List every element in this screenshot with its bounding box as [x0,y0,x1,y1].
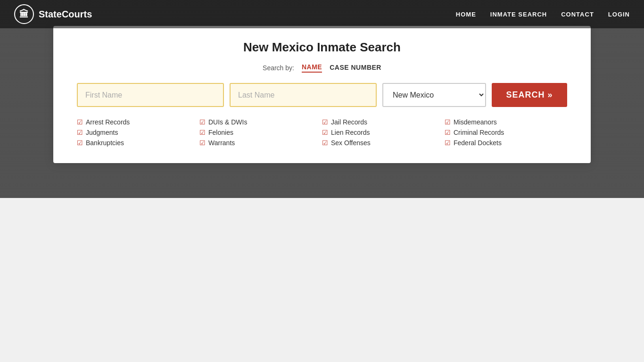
checkbox-item: ☑Warrants [199,139,322,147]
checkbox-item: ☑Misdemeanors [445,118,567,126]
search-by-row: Search by: NAME CASE NUMBER [77,63,567,73]
checkbox-item: ☑Federal Dockets [445,139,567,147]
checkbox-icon: ☑ [77,118,83,126]
checkboxes-grid: ☑Arrest Records☑DUIs & DWIs☑Jail Records… [77,118,567,147]
tab-name[interactable]: NAME [302,63,322,73]
checkbox-label: DUIs & DWIs [208,118,247,126]
checkbox-item: ☑DUIs & DWIs [199,118,322,126]
first-name-input[interactable] [77,83,224,107]
checkbox-icon: ☑ [445,129,451,136]
site-name: StateCourts [39,9,92,20]
checkbox-label: Sex Offenses [331,139,371,147]
nav-home[interactable]: HOME [456,11,476,18]
search-by-label: Search by: [263,64,294,72]
search-inputs-row: New Mexico Alabama Alaska Arizona Arkans… [77,83,567,107]
checkbox-icon: ☑ [322,118,328,126]
checkbox-item: ☑Criminal Records [445,129,567,136]
checkbox-item: ☑Bankruptcies [77,139,199,147]
checkbox-label: Felonies [208,129,233,136]
last-name-input[interactable] [230,83,377,107]
checkbox-label: Warrants [208,139,235,147]
checkbox-label: Criminal Records [454,129,504,136]
nav-login[interactable]: LOGIN [608,11,630,18]
checkbox-item: ☑Judgments [77,129,199,136]
checkbox-icon: ☑ [445,118,451,126]
site-logo[interactable]: 🏛 StateCourts [14,4,92,24]
checkbox-icon: ☑ [77,139,83,147]
search-title: New Mexico Inmate Search [77,40,567,55]
checkbox-item: ☑Lien Records [322,129,445,136]
checkbox-item: ☑Arrest Records [77,118,199,126]
checkbox-label: Misdemeanors [454,118,497,126]
checkbox-icon: ☑ [322,139,328,147]
checkbox-item: ☑Jail Records [322,118,445,126]
state-select[interactable]: New Mexico Alabama Alaska Arizona Arkans… [382,83,486,107]
checkbox-label: Arrest Records [86,118,130,126]
checkbox-icon: ☑ [445,139,451,147]
logo-icon: 🏛 [14,4,34,24]
navigation-bar: 🏛 StateCourts HOME INMATE SEARCH CONTACT… [0,0,644,28]
nav-inmate-search[interactable]: INMATE SEARCH [490,11,547,18]
nav-links: HOME INMATE SEARCH CONTACT LOGIN [456,10,630,18]
checkbox-label: Federal Dockets [454,139,502,147]
checkbox-icon: ☑ [322,129,328,136]
nav-contact[interactable]: CONTACT [561,11,594,18]
checkbox-icon: ☑ [199,139,206,147]
header: COURTHOUSE 🏛 StateCourts HOME INMATE SEA… [0,0,644,198]
checkbox-label: Judgments [86,129,118,136]
tab-case-number[interactable]: CASE NUMBER [330,64,381,72]
search-card: New Mexico Inmate Search Search by: NAME… [53,26,591,163]
checkbox-label: Jail Records [331,118,367,126]
checkbox-item: ☑Felonies [199,129,322,136]
checkbox-label: Bankruptcies [86,139,124,147]
checkbox-label: Lien Records [331,129,370,136]
checkbox-item: ☑Sex Offenses [322,139,445,147]
checkbox-icon: ☑ [77,129,83,136]
checkbox-icon: ☑ [199,118,206,126]
search-button[interactable]: SEARCH » [492,83,567,107]
checkbox-icon: ☑ [199,129,206,136]
